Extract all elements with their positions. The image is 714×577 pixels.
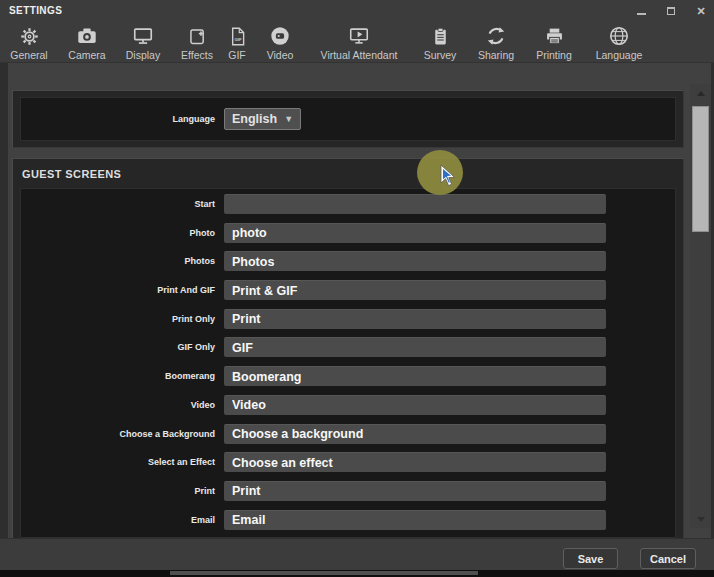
video-icon [269,24,291,47]
guest-screens-title: GUEST SCREENS [22,168,121,180]
language-label: Language [21,114,215,124]
field-row: Photos [21,251,675,271]
maximize-button[interactable] [664,4,678,18]
field-row: Select an Effect [21,452,675,472]
field-row: Print [21,481,675,501]
field-row: Photo [21,223,675,243]
field-input[interactable] [224,481,606,501]
field-row: Boomerang [21,366,675,386]
field-input[interactable] [224,223,606,243]
scrollbar-thumb[interactable] [692,106,709,232]
field-label: Select an Effect [21,457,215,467]
bottom-strip [0,570,714,577]
field-input[interactable] [224,452,606,472]
guest-screens-panel: GUEST SCREENS Start Photo Photos [12,158,684,538]
field-row: GIF Only [21,337,675,357]
field-input[interactable] [224,424,606,444]
chevron-up-icon [697,91,705,96]
field-label: Photos [21,256,215,266]
toolbar-item-label: Video [267,49,294,61]
toolbar-item-label: Language [596,49,643,61]
left-edge-strip [0,63,8,570]
scrollbar[interactable] [690,84,711,528]
field-input[interactable] [224,309,606,329]
chevron-down-icon: ▼ [284,115,293,124]
save-button[interactable]: Save [563,548,618,569]
minimize-button[interactable] [634,4,648,18]
field-input[interactable] [224,280,606,300]
titlebar: SETTINGS ✕ [0,0,714,22]
language-dropdown[interactable]: English ▼ [224,108,301,130]
mouse-cursor [438,164,458,190]
field-row: Video [21,395,675,415]
field-label: GIF Only [21,342,215,352]
monitor-play-icon [348,24,370,47]
field-label: Choose a Background [21,429,215,439]
field-label: Boomerang [21,371,215,381]
close-button[interactable]: ✕ [694,4,708,18]
field-label: Email [21,515,215,525]
settings-window: SETTINGS ✕ General Camera Display [0,0,714,577]
field-input[interactable] [224,395,606,415]
guest-screens-fields: Start Photo Photos Print And GIF [20,188,676,538]
field-label: Print And GIF [21,285,215,295]
language-panel-inner: Language English ▼ [20,97,676,141]
progress-segment [170,571,478,575]
maximize-icon [667,7,675,15]
globe-icon [608,24,630,47]
scroll-down-button[interactable] [690,512,711,526]
field-label: Print Only [21,314,215,324]
field-input[interactable] [224,337,606,357]
field-label: Print [21,486,215,496]
field-input[interactable] [224,194,606,214]
field-row: Email [21,510,675,530]
chevron-down-icon [697,517,705,522]
language-dropdown-value: English [232,112,277,126]
cancel-button[interactable]: Cancel [640,548,696,569]
field-label: Start [21,199,215,209]
field-row: Print Only [21,309,675,329]
window-controls: ✕ [634,0,708,22]
language-panel: Language English ▼ [12,90,684,148]
window-title: SETTINGS [9,5,62,16]
field-row: Choose a Background [21,424,675,444]
field-row: Start [21,194,675,214]
field-label: Video [21,400,215,410]
toolbar: General Camera Display Effects GIF GIF [0,22,714,63]
scroll-up-button[interactable] [690,86,711,100]
printer-icon [544,24,565,47]
field-input[interactable] [224,366,606,386]
field-label: Photo [21,228,215,238]
field-row: Print And GIF [21,280,675,300]
language-row: Language English ▼ [21,108,301,130]
field-input[interactable] [224,251,606,271]
footer-bar: Save Cancel [0,538,714,570]
toolbar-item-language[interactable]: Language [564,24,674,61]
minimize-icon [637,13,646,15]
field-input[interactable] [224,510,606,530]
